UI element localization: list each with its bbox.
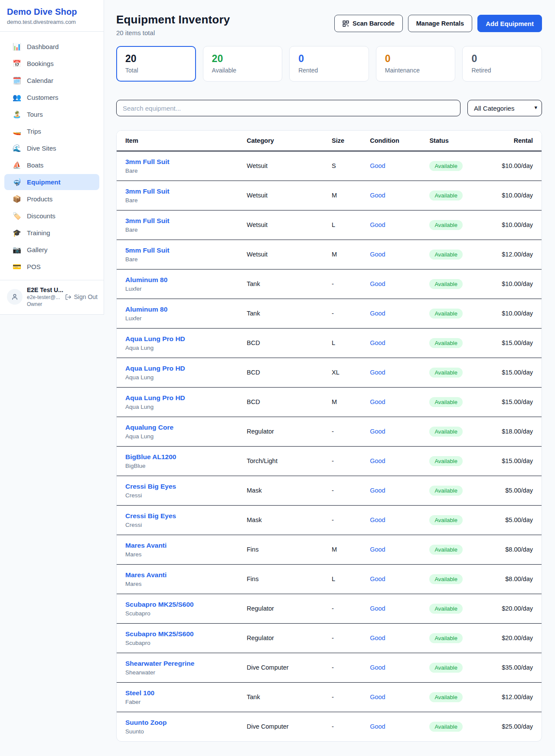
condition-link[interactable]: Good	[370, 428, 385, 435]
rental-rate: $10.00/day	[486, 181, 542, 210]
item-name-link[interactable]: Aluminum 80	[125, 276, 167, 284]
sidebar-item-label: Products	[27, 195, 52, 203]
condition-link[interactable]: Good	[370, 694, 385, 700]
sidebar-item-customers[interactable]: 👥Customers	[4, 89, 99, 105]
condition-link[interactable]: Good	[370, 221, 385, 228]
item-name-link[interactable]: Steel 100	[125, 689, 154, 697]
item-size: M	[329, 535, 367, 564]
scan-barcode-button[interactable]: Scan Barcode	[334, 15, 403, 32]
item-brand: Bare	[125, 168, 242, 174]
item-name-link[interactable]: 5mm Full Suit	[125, 247, 170, 254]
col-header-category: Category	[244, 131, 329, 151]
condition-link[interactable]: Good	[370, 457, 385, 464]
item-name-link[interactable]: Aqua Lung Pro HD	[125, 365, 185, 372]
condition-link[interactable]: Good	[370, 723, 385, 730]
sidebar-item-equipment[interactable]: 🤿Equipment	[4, 174, 99, 190]
user-role: Owner	[27, 301, 61, 307]
sidebar-item-label: Equipment	[27, 178, 61, 186]
rental-rate: $15.00/day	[486, 358, 542, 387]
stat-card-rented[interactable]: 0Rented	[289, 46, 369, 82]
sidebar-item-discounts[interactable]: 🏷️Discounts	[4, 208, 99, 224]
condition-link[interactable]: Good	[370, 634, 385, 641]
item-name-link[interactable]: Scubapro MK25/S600	[125, 601, 194, 608]
stat-label: Retired	[471, 67, 533, 74]
rental-rate: $15.00/day	[486, 387, 542, 417]
brand-name: Demo Dive Shop	[7, 7, 97, 17]
status-badge: Available	[429, 279, 463, 289]
item-name-link[interactable]: 3mm Full Suit	[125, 187, 170, 195]
condition-link[interactable]: Good	[370, 664, 385, 671]
item-name-link[interactable]: Cressi Big Eyes	[125, 512, 176, 520]
condition-link[interactable]: Good	[370, 398, 385, 405]
item-name-link[interactable]: BigBlue AL1200	[125, 453, 176, 461]
table-row: Scubapro MK25/S600ScubaproRegulator-Good…	[117, 623, 542, 653]
stat-label: Available	[212, 67, 274, 74]
stat-value: 0	[471, 53, 533, 65]
sidebar-item-dive-sites[interactable]: 🌊Dive Sites	[4, 140, 99, 156]
sidebar-item-calendar[interactable]: 🗓️Calendar	[4, 72, 99, 89]
sidebar-item-products[interactable]: 📦Products	[4, 191, 99, 207]
item-name-link[interactable]: 3mm Full Suit	[125, 217, 170, 225]
manage-rentals-button[interactable]: Manage Rentals	[408, 15, 472, 32]
item-name-link[interactable]: Mares Avanti	[125, 542, 166, 549]
item-name-link[interactable]: Aqualung Core	[125, 424, 173, 431]
stat-value: 0	[385, 53, 447, 65]
sidebar-item-pos[interactable]: 💳POS	[4, 259, 99, 275]
sidebar-item-gallery[interactable]: 📷Gallery	[4, 242, 99, 258]
item-name-link[interactable]: Mares Avanti	[125, 571, 166, 579]
condition-link[interactable]: Good	[370, 487, 385, 494]
condition-link[interactable]: Good	[370, 575, 385, 582]
status-badge: Available	[429, 397, 463, 407]
condition-link[interactable]: Good	[370, 546, 385, 553]
rental-rate: $5.00/day	[486, 505, 542, 535]
condition-link[interactable]: Good	[370, 339, 385, 346]
tours-icon: 🏝️	[12, 110, 22, 118]
stat-card-retired[interactable]: 0Retired	[462, 46, 542, 82]
products-icon: 📦	[12, 195, 22, 203]
item-name-link[interactable]: 3mm Full Suit	[125, 158, 170, 166]
item-brand: Faber	[125, 699, 242, 705]
condition-link[interactable]: Good	[370, 280, 385, 287]
status-badge: Available	[429, 427, 463, 437]
condition-link[interactable]: Good	[370, 605, 385, 612]
sidebar-item-bookings[interactable]: 📅Bookings	[4, 56, 99, 72]
sidebar: Demo Dive Shop demo.test.divestreams.com…	[0, 0, 104, 315]
user-email: e2e-tester@...	[27, 294, 61, 300]
item-brand: Cressi	[125, 522, 242, 528]
item-name-link[interactable]: Aluminum 80	[125, 306, 167, 313]
item-name-link[interactable]: Scubapro MK25/S600	[125, 630, 194, 638]
item-name-link[interactable]: Shearwater Peregrine	[125, 660, 194, 667]
stat-card-total[interactable]: 20Total	[116, 46, 196, 82]
table-row: 5mm Full SuitBareWetsuitMGoodAvailable$1…	[117, 240, 542, 269]
condition-link[interactable]: Good	[370, 162, 385, 169]
scan-barcode-label: Scan Barcode	[353, 20, 395, 27]
item-size: L	[329, 328, 367, 358]
table-row: BigBlue AL1200BigBlueTorch/Light-GoodAva…	[117, 446, 542, 476]
condition-link[interactable]: Good	[370, 516, 385, 523]
sign-out-button[interactable]: Sign Out	[65, 293, 98, 300]
stat-card-available[interactable]: 20Available	[203, 46, 283, 82]
item-name-link[interactable]: Cressi Big Eyes	[125, 483, 176, 490]
sidebar-item-trips[interactable]: 🚤Trips	[4, 123, 99, 139]
user-name: E2E Test U...	[27, 286, 61, 293]
item-name-link[interactable]: Aqua Lung Pro HD	[125, 394, 185, 402]
add-equipment-button[interactable]: Add Equipment	[477, 15, 542, 32]
item-brand: Bare	[125, 197, 242, 204]
item-name-link[interactable]: Aqua Lung Pro HD	[125, 335, 185, 343]
item-category: Tank	[244, 682, 329, 712]
item-name-link[interactable]: Suunto Zoop	[125, 719, 167, 726]
sidebar-item-training[interactable]: 🎓Training	[4, 225, 99, 241]
sidebar-item-dashboard[interactable]: 📊Dashboard	[4, 39, 99, 55]
condition-link[interactable]: Good	[370, 369, 385, 376]
condition-link[interactable]: Good	[370, 192, 385, 199]
condition-link[interactable]: Good	[370, 310, 385, 317]
search-input[interactable]	[116, 100, 460, 116]
sidebar-item-label: Boats	[27, 161, 43, 169]
sidebar-item-label: Gallery	[27, 246, 48, 253]
category-filter-select[interactable]: All Categories	[467, 100, 542, 116]
stat-card-maintenance[interactable]: 0Maintenance	[376, 46, 456, 82]
sidebar-item-tours[interactable]: 🏝️Tours	[4, 106, 99, 122]
condition-link[interactable]: Good	[370, 251, 385, 258]
user-meta: E2E Test U... e2e-tester@... Owner	[27, 286, 61, 307]
sidebar-item-boats[interactable]: ⛵Boats	[4, 157, 99, 173]
